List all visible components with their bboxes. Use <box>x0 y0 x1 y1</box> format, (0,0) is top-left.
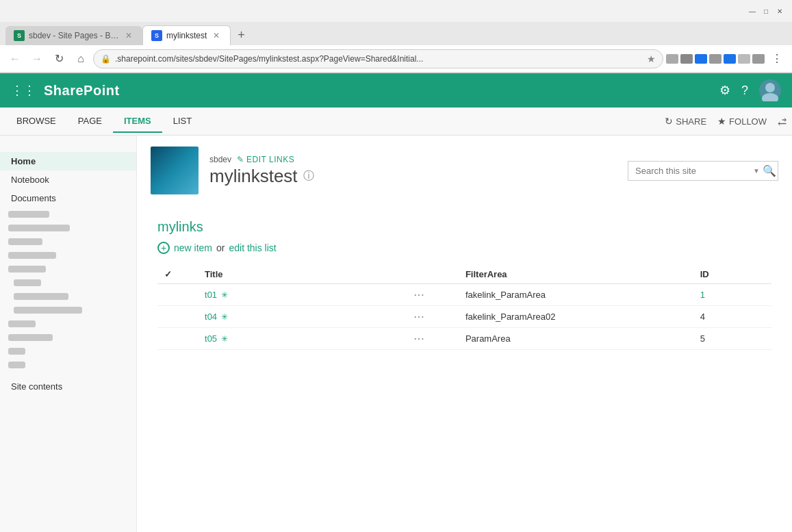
extension-icon-3[interactable] <box>695 54 707 64</box>
home-button[interactable]: ⌂ <box>71 49 90 68</box>
content-area: sbdev ✎ EDIT LINKS mylinkstest ⓘ ▼ 🔍 <box>137 136 792 532</box>
sidebar-blur-5 <box>0 262 136 276</box>
item-actions-menu-2[interactable]: ⋯ <box>413 311 426 322</box>
forward-button[interactable]: → <box>27 49 47 68</box>
sidebar-item-home[interactable]: Home <box>0 152 136 170</box>
browser-menu-button[interactable]: ⋮ <box>767 49 787 68</box>
item-title-link-2[interactable]: t04 <box>205 312 217 322</box>
extension-icon-6[interactable] <box>738 54 750 64</box>
tab-1[interactable]: S sbdev - Site Pages - By Author ✕ <box>5 26 142 45</box>
svg-point-1 <box>762 93 778 101</box>
item-title-link-1[interactable]: t01 <box>205 290 217 300</box>
ribbon-tabs: BROWSE PAGE ITEMS LIST ↻ SHARE ★ FOLLOW … <box>0 107 792 135</box>
sidebar-blur-11 <box>0 344 136 358</box>
search-box-area: ▼ 🔍 <box>628 161 778 181</box>
row-filterarea-3: ParamArea <box>459 328 693 350</box>
sidebar-blur-10 <box>0 331 136 344</box>
avatar[interactable] <box>759 79 781 101</box>
sidebar-blur-7 <box>0 290 136 303</box>
tab-bar: S sbdev - Site Pages - By Author ✕ S myl… <box>0 22 792 45</box>
site-logo <box>151 147 199 194</box>
site-header: sbdev ✎ EDIT LINKS mylinkstest ⓘ ▼ 🔍 <box>137 136 792 205</box>
tab-list[interactable]: LIST <box>162 110 203 133</box>
help-icon[interactable]: ? <box>741 84 748 98</box>
item-id-link-1[interactable]: 1 <box>700 290 705 300</box>
extension-icon-7[interactable] <box>752 54 765 64</box>
row-title-3: t05 ✳ <box>198 328 407 350</box>
refresh-button[interactable]: ↻ <box>49 49 68 68</box>
title-bar: — □ ✕ <box>0 0 792 22</box>
share-button[interactable]: ↻ SHARE <box>665 116 706 127</box>
list-table: ✓ Title FilterArea ID t01 ✳ <box>157 265 771 350</box>
tab-2[interactable]: S mylinkstest ✕ <box>142 25 231 45</box>
lock-icon: 🔒 <box>101 54 111 64</box>
back-button[interactable]: ← <box>5 49 25 68</box>
search-input[interactable] <box>635 166 750 176</box>
svg-point-0 <box>765 83 775 92</box>
star-follow-icon: ★ <box>717 116 726 127</box>
sidebar-site-header <box>0 141 136 152</box>
settings-icon[interactable]: ⚙ <box>719 83 730 98</box>
list-title: mylinks <box>157 219 771 235</box>
item-title-asterisk-1: ✳ <box>221 290 228 300</box>
address-text: .sharepoint.com/sites/sbdev/SitePages/my… <box>115 54 643 64</box>
row-title-2: t04 ✳ <box>198 306 407 328</box>
focus-button[interactable]: ⥄ <box>778 115 787 128</box>
new-item-separator: or <box>216 242 225 253</box>
maximize-button[interactable]: □ <box>762 7 770 15</box>
extension-icon-4[interactable] <box>709 54 721 64</box>
sidebar-blur-8 <box>0 303 136 317</box>
sp-header-left: ⋮⋮ SharePoint <box>11 83 120 99</box>
extension-icon-2[interactable] <box>680 54 693 64</box>
tab-2-close[interactable]: ✕ <box>211 30 222 41</box>
window-controls[interactable]: — □ ✕ <box>748 7 784 15</box>
row-id-3: 5 <box>693 328 771 350</box>
focus-icon: ⥄ <box>778 115 787 128</box>
col-header-actions <box>407 265 459 284</box>
table-row: t01 ✳ ⋯ fakelink_ParamArea 1 <box>157 284 771 306</box>
sidebar-item-site-contents[interactable]: Site contents <box>0 377 136 396</box>
item-title-asterisk-2: ✳ <box>221 312 228 322</box>
sidebar-item-notebook[interactable]: Notebook <box>0 170 136 189</box>
tab-2-favicon: S <box>151 30 162 41</box>
item-title-link-3[interactable]: t05 <box>205 333 217 344</box>
item-actions-menu-1[interactable]: ⋯ <box>413 289 426 301</box>
tab-page[interactable]: PAGE <box>67 110 113 133</box>
site-owner: sbdev <box>209 155 231 164</box>
address-bar[interactable]: 🔒 .sharepoint.com/sites/sbdev/SitePages/… <box>93 49 663 68</box>
tab-1-label: sbdev - Site Pages - By Author <box>29 31 119 40</box>
ribbon: BROWSE PAGE ITEMS LIST ↻ SHARE ★ FOLLOW … <box>0 107 792 136</box>
follow-button[interactable]: ★ FOLLOW <box>717 116 767 127</box>
tab-browse[interactable]: BROWSE <box>5 110 67 133</box>
minimize-button[interactable]: — <box>748 7 756 15</box>
sidebar-blur-9 <box>0 317 136 331</box>
add-new-item-icon[interactable]: + <box>157 242 170 254</box>
sidebar-item-documents[interactable]: Documents <box>0 189 136 207</box>
edit-links-button[interactable]: ✎ EDIT LINKS <box>237 155 294 164</box>
sidebar-blur-12 <box>0 358 136 372</box>
search-button[interactable]: 🔍 <box>763 164 776 177</box>
sp-logo-text: SharePoint <box>44 83 120 99</box>
extension-icon-5[interactable] <box>724 54 736 64</box>
tab-1-favicon: S <box>14 30 25 41</box>
new-item-link[interactable]: new item <box>174 242 212 253</box>
sidebar-blur-6 <box>0 276 136 290</box>
item-title-asterisk-3: ✳ <box>221 334 228 344</box>
pencil-icon: ✎ <box>237 155 244 164</box>
star-icon[interactable]: ★ <box>647 53 656 64</box>
col-header-id: ID <box>693 265 771 284</box>
extension-icon-1[interactable] <box>666 54 678 64</box>
sp-header-right: ⚙ ? <box>719 79 781 101</box>
search-dropdown-icon[interactable]: ▼ <box>753 167 760 175</box>
tab-items[interactable]: ITEMS <box>113 110 162 133</box>
row-filterarea-2: fakelink_ParamArea02 <box>459 306 693 328</box>
item-actions-menu-3[interactable]: ⋯ <box>413 333 426 344</box>
tab-1-close[interactable]: ✕ <box>123 30 134 41</box>
info-icon[interactable]: ⓘ <box>303 169 314 183</box>
new-tab-button[interactable]: + <box>231 25 252 45</box>
row-title-1: t01 ✳ <box>198 284 407 306</box>
close-button[interactable]: ✕ <box>776 7 784 15</box>
waffle-icon[interactable]: ⋮⋮ <box>11 83 36 98</box>
edit-list-link[interactable]: edit this list <box>229 242 276 253</box>
sidebar-blur-2 <box>0 221 136 235</box>
